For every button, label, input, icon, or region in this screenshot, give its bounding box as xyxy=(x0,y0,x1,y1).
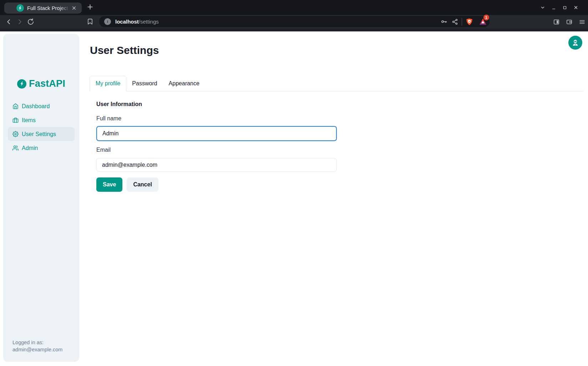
sidebar-item-label: User Settings xyxy=(22,131,56,137)
address-bar[interactable]: localhost/settings 1 xyxy=(99,16,490,27)
fastapi-favicon-icon xyxy=(16,4,24,12)
browser-tab[interactable]: Full Stack Project Genera xyxy=(4,2,82,14)
tab-title: Full Stack Project Genera xyxy=(27,5,69,11)
tab-label: Appearance xyxy=(169,80,199,87)
sidebar-footer: Logged in as: admin@example.com xyxy=(12,339,62,353)
page-title: User Settings xyxy=(90,44,159,56)
cancel-button[interactable]: Cancel xyxy=(127,177,158,192)
share-icon[interactable] xyxy=(452,19,458,25)
tab-my-profile[interactable]: My profile xyxy=(90,76,126,91)
sidebar-nav: Dashboard Items User Settings Admin xyxy=(3,99,79,155)
tab-password[interactable]: Password xyxy=(126,76,163,91)
toolbar-divider xyxy=(462,18,462,26)
tab-label: My profile xyxy=(96,80,120,87)
email-input[interactable] xyxy=(96,158,337,172)
app-sidebar: FastAPI Dashboard Items User Settings xyxy=(3,34,79,362)
sidebar-item-admin[interactable]: Admin xyxy=(8,141,75,155)
browser-window: Full Stack Project Genera xyxy=(0,0,588,366)
bookmark-icon[interactable] xyxy=(87,18,93,25)
url-path: /settings xyxy=(139,19,159,25)
form-buttons: Save Cancel xyxy=(96,177,158,192)
site-info-icon[interactable] xyxy=(104,18,111,25)
gear-icon xyxy=(12,131,19,137)
sidebar-item-label: Items xyxy=(22,117,36,124)
section-title: User Information xyxy=(96,101,142,107)
user-menu-button[interactable] xyxy=(568,36,582,50)
new-tab-button[interactable] xyxy=(87,4,93,10)
full-name-input[interactable] xyxy=(96,126,337,141)
fastapi-bolt-icon xyxy=(17,79,26,89)
chrome-bottom-strip xyxy=(0,29,588,31)
sidebar-item-user-settings[interactable]: User Settings xyxy=(8,127,75,141)
sidebar-item-dashboard[interactable]: Dashboard xyxy=(8,99,75,113)
minimize-icon[interactable] xyxy=(552,5,556,10)
logo-text: FastAPI xyxy=(29,78,65,89)
tab-search-chevron-down-icon[interactable] xyxy=(541,5,545,10)
tab-appearance[interactable]: Appearance xyxy=(163,76,205,91)
full-name-label: Full name xyxy=(96,115,121,122)
reload-icon[interactable] xyxy=(27,18,34,25)
email-label: Email xyxy=(96,147,111,153)
astronaut-icon xyxy=(572,39,579,46)
tab-label: Password xyxy=(132,80,157,87)
tab-close-icon[interactable] xyxy=(71,5,77,11)
fastapi-logo: FastAPI xyxy=(3,78,79,89)
brave-rewards-button[interactable]: 1 xyxy=(479,18,487,25)
home-icon xyxy=(12,103,19,109)
sidebar-item-items[interactable]: Items xyxy=(8,113,75,127)
wallet-icon[interactable] xyxy=(566,19,573,25)
window-controls xyxy=(541,0,578,15)
briefcase-icon xyxy=(12,117,19,123)
brave-shield-icon[interactable] xyxy=(466,18,473,26)
browser-tab-bar: Full Stack Project Genera xyxy=(0,0,588,15)
rewards-badge: 1 xyxy=(483,15,489,20)
save-button[interactable]: Save xyxy=(96,177,122,192)
toolbar-right-icons xyxy=(553,15,586,29)
logged-in-label: Logged in as: xyxy=(12,339,62,346)
key-icon[interactable] xyxy=(441,18,447,25)
url-host: localhost xyxy=(115,19,139,25)
sidebar-item-label: Admin xyxy=(22,145,38,151)
sidebar-panel-icon[interactable] xyxy=(553,19,560,25)
back-arrow-icon[interactable] xyxy=(5,18,12,25)
logged-in-email: admin@example.com xyxy=(12,346,62,353)
url-text: localhost/settings xyxy=(115,19,159,25)
forward-arrow-icon[interactable] xyxy=(16,18,23,25)
users-icon xyxy=(12,145,19,151)
maximize-icon[interactable] xyxy=(563,5,567,10)
browser-toolbar: localhost/settings 1 xyxy=(0,15,588,29)
window-close-icon[interactable] xyxy=(574,5,578,10)
sidebar-item-label: Dashboard xyxy=(22,103,50,110)
hamburger-menu-icon[interactable] xyxy=(579,19,586,25)
settings-tabs: My profile Password Appearance xyxy=(90,76,584,91)
